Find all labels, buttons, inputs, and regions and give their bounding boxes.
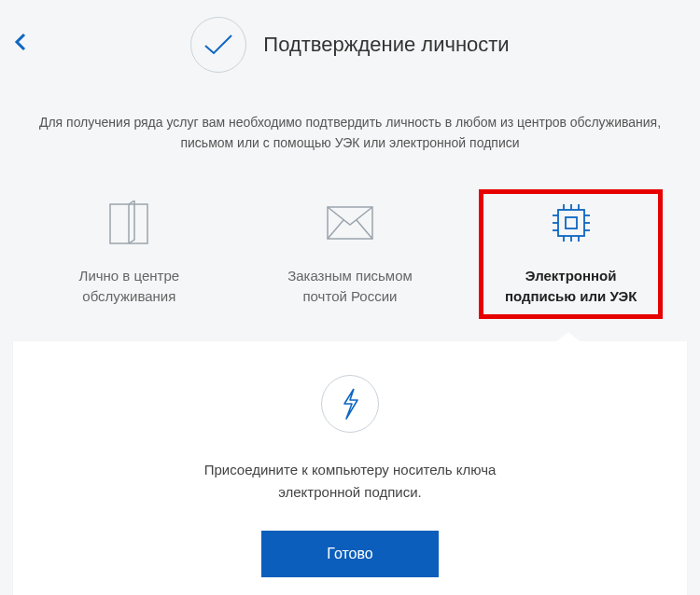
svg-line-3	[328, 220, 343, 239]
envelope-icon	[262, 197, 439, 249]
subtitle-line2: письмом или с помощью УЭК или электронно…	[180, 135, 519, 150]
lightning-icon	[321, 375, 379, 433]
option-mail[interactable]: Заказным письмом почтой России	[259, 189, 442, 320]
svg-line-4	[357, 220, 372, 239]
option-label: Заказным письмом почтой России	[262, 266, 439, 307]
check-circle-icon	[190, 17, 246, 73]
back-button[interactable]	[14, 33, 27, 55]
chip-icon	[483, 197, 658, 249]
instruction-text: Присоедините к компьютеру носитель ключа…	[41, 459, 659, 503]
chevron-left-icon	[14, 33, 27, 51]
option-label: Электронной подписью или УЭК	[483, 266, 658, 307]
option-esignature[interactable]: Электронной подписью или УЭК	[479, 189, 663, 320]
verification-options: Лично в центре обслуживания Заказным пис…	[0, 189, 700, 320]
svg-rect-6	[566, 217, 577, 228]
ready-button[interactable]: Готово	[261, 531, 438, 577]
subtitle-line1: Для получения ряда услуг вам необходимо …	[39, 115, 661, 130]
document-icon	[41, 197, 217, 249]
detail-card: Присоедините к компьютеру носитель ключа…	[13, 341, 687, 595]
option-in-person[interactable]: Лично в центре обслуживания	[37, 189, 221, 320]
page-header: Подтверждение личности	[0, 0, 700, 73]
option-label: Лично в центре обслуживания	[41, 266, 217, 307]
svg-rect-5	[558, 210, 584, 236]
subtitle-text: Для получения ряда услуг вам необходимо …	[0, 112, 700, 154]
page-title: Подтверждение личности	[263, 33, 509, 57]
